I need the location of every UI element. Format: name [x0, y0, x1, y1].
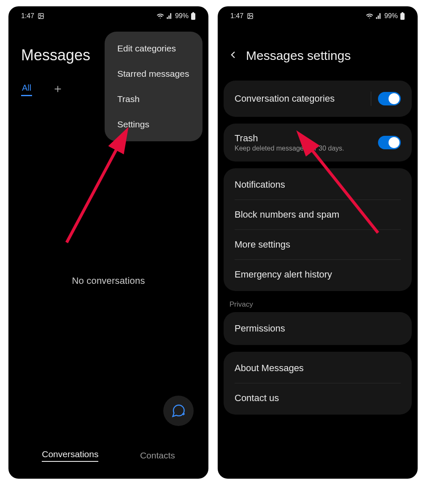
chevron-left-icon [228, 50, 238, 60]
card-about: About Messages Contact us [224, 352, 412, 415]
signal-icon [375, 13, 382, 19]
settings-header: Messages settings [218, 25, 418, 63]
add-category-button[interactable] [53, 84, 62, 95]
tab-all[interactable]: All [21, 83, 32, 96]
vertical-separator [371, 92, 371, 106]
svg-rect-2 [191, 13, 195, 20]
row-label: Emergency alert history [235, 269, 332, 280]
row-block-spam[interactable]: Block numbers and spam [224, 200, 412, 229]
svg-rect-12 [402, 12, 403, 13]
row-trash[interactable]: Trash Keep deleted messages for 30 days. [224, 125, 412, 160]
menu-edit-categories[interactable]: Edit categories [105, 36, 202, 61]
row-label: More settings [235, 239, 290, 250]
row-label: Trash [235, 133, 344, 144]
card-general: Notifications Block numbers and spam Mor… [224, 168, 412, 291]
svg-line-8 [67, 132, 126, 243]
svg-rect-11 [400, 13, 405, 20]
signal-icon [166, 13, 173, 19]
row-label: Conversation categories [235, 93, 335, 104]
row-conversation-categories[interactable]: Conversation categories [224, 82, 412, 115]
toggle-trash[interactable] [378, 136, 401, 149]
row-label: About Messages [235, 363, 304, 374]
row-more-settings[interactable]: More settings [224, 230, 412, 259]
bottom-nav: Conversations Contacts [8, 441, 208, 470]
chat-add-icon [171, 403, 186, 418]
wifi-icon [366, 12, 373, 20]
battery-icon [400, 12, 405, 20]
card-conv-categories: Conversation categories [224, 81, 412, 117]
status-bar: 1:47 99% [8, 6, 208, 25]
page-title: Messages settings [246, 49, 351, 63]
row-contact-us[interactable]: Contact us [224, 383, 412, 413]
status-time: 1:47 [21, 12, 34, 20]
back-button[interactable] [228, 50, 238, 62]
phone-left-screenshot: 1:47 99% Messages All [8, 6, 208, 479]
status-time: 1:47 [230, 12, 243, 20]
toggle-conversation-categories[interactable] [378, 92, 401, 105]
svg-point-1 [40, 14, 41, 16]
screenshot-icon [247, 13, 254, 19]
nav-contacts[interactable]: Contacts [140, 450, 175, 461]
empty-state-text: No conversations [8, 275, 208, 286]
row-label: Contact us [235, 393, 279, 404]
battery-text: 99% [175, 12, 189, 20]
row-subtitle: Keep deleted messages for 30 days. [235, 145, 344, 152]
card-privacy: Permissions [224, 312, 412, 345]
annotation-arrow-left [58, 124, 134, 247]
menu-starred-messages[interactable]: Starred messages [105, 61, 202, 86]
menu-settings[interactable]: Settings [105, 112, 202, 137]
phone-right-screenshot: 1:47 99% Messag [218, 6, 418, 479]
row-label: Block numbers and spam [235, 209, 339, 220]
svg-point-10 [249, 14, 250, 16]
battery-text: 99% [384, 12, 398, 20]
section-header-privacy: Privacy [218, 298, 418, 309]
overflow-menu: Edit categories Starred messages Trash S… [105, 32, 202, 141]
wifi-icon [157, 12, 164, 20]
menu-trash[interactable]: Trash [105, 86, 202, 112]
nav-conversations[interactable]: Conversations [42, 449, 98, 462]
screenshot-icon [38, 13, 44, 19]
row-label: Permissions [235, 323, 285, 334]
row-about-messages[interactable]: About Messages [224, 353, 412, 383]
row-emergency-alert[interactable]: Emergency alert history [224, 260, 412, 289]
plus-icon [53, 84, 62, 94]
row-notifications[interactable]: Notifications [224, 170, 412, 199]
row-label: Notifications [235, 179, 285, 190]
card-trash: Trash Keep deleted messages for 30 days. [224, 124, 412, 162]
svg-rect-3 [192, 12, 194, 13]
battery-icon [191, 12, 196, 20]
new-conversation-fab[interactable] [163, 396, 194, 426]
status-bar: 1:47 99% [218, 6, 418, 25]
row-permissions[interactable]: Permissions [224, 314, 412, 343]
